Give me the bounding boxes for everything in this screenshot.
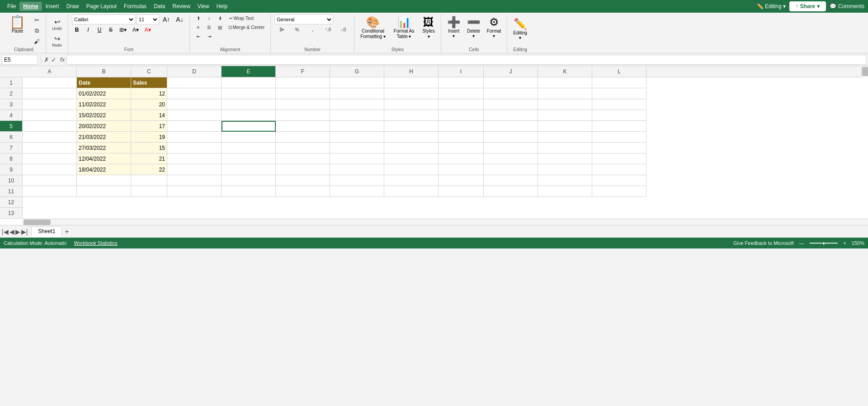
- zoom-level-up[interactable]: +: [843, 240, 846, 246]
- cell-f4[interactable]: [276, 110, 330, 121]
- cell-a4[interactable]: [23, 110, 77, 121]
- formula-confirm-icon[interactable]: ✓: [51, 56, 57, 63]
- cell-k2[interactable]: [538, 88, 592, 99]
- col-header-k[interactable]: K: [538, 66, 592, 77]
- help-menu-item[interactable]: Help: [213, 2, 231, 11]
- insert-cells-button[interactable]: ➕ Insert ▾: [445, 14, 463, 40]
- cell-b7[interactable]: 27/03/2022: [77, 143, 131, 153]
- cell-c2[interactable]: 12: [131, 88, 167, 99]
- cell-d6[interactable]: [167, 132, 222, 143]
- cell-h6[interactable]: [384, 132, 439, 143]
- cell-g7[interactable]: [330, 143, 384, 153]
- col-header-j[interactable]: J: [484, 66, 538, 77]
- cell-k3[interactable]: [538, 99, 592, 110]
- row-header-1[interactable]: 1: [0, 77, 22, 88]
- cell-e5[interactable]: [222, 121, 276, 132]
- row-header-8[interactable]: 8: [0, 153, 22, 164]
- file-menu-item[interactable]: File: [4, 2, 19, 11]
- increase-indent-button[interactable]: ⇥: [204, 33, 214, 40]
- cell-a1[interactable]: [23, 77, 77, 88]
- cell-k10[interactable]: [538, 175, 592, 186]
- cell-i8[interactable]: [439, 153, 484, 164]
- cell-e2[interactable]: [222, 88, 276, 99]
- cell-f9[interactable]: [276, 164, 330, 175]
- cell-g3[interactable]: [330, 99, 384, 110]
- cell-i5[interactable]: [439, 121, 484, 132]
- delete-cells-button[interactable]: ➖ Delete ▾: [465, 14, 483, 40]
- feedback-link[interactable]: Give Feedback to Microsoft: [733, 240, 794, 246]
- cell-f2[interactable]: [276, 88, 330, 99]
- editing-status-button[interactable]: ✏️ Editing ▾: [757, 3, 786, 10]
- cell-a9[interactable]: [23, 164, 77, 175]
- cell-k8[interactable]: [538, 153, 592, 164]
- cell-j5[interactable]: [484, 121, 538, 132]
- first-sheet-icon[interactable]: |◀: [2, 228, 9, 235]
- cell-g11[interactable]: [330, 186, 384, 197]
- insert-menu-item[interactable]: Insert: [42, 2, 63, 11]
- cell-d3[interactable]: [167, 99, 222, 110]
- cell-i3[interactable]: [439, 99, 484, 110]
- cell-c10[interactable]: [131, 175, 167, 186]
- cell-b6[interactable]: 21/03/2022: [77, 132, 131, 143]
- cell-g8[interactable]: [330, 153, 384, 164]
- cell-e8[interactable]: [222, 153, 276, 164]
- formula-input[interactable]: [66, 55, 866, 65]
- cell-l4[interactable]: [592, 110, 646, 121]
- cell-k11[interactable]: [538, 186, 592, 197]
- bold-button[interactable]: B: [72, 26, 82, 34]
- col-header-l[interactable]: L: [592, 66, 646, 77]
- horizontal-scrollbar[interactable]: [23, 219, 868, 225]
- copy-button[interactable]: ⧉: [31, 26, 42, 36]
- cell-a6[interactable]: [23, 132, 77, 143]
- cell-a3[interactable]: [23, 99, 77, 110]
- row-header-4[interactable]: 4: [0, 110, 22, 121]
- next-sheet-icon[interactable]: ▶: [15, 228, 20, 235]
- last-sheet-icon[interactable]: ▶|: [21, 228, 28, 235]
- cell-f7[interactable]: [276, 143, 330, 153]
- cell-k4[interactable]: [538, 110, 592, 121]
- cell-c5[interactable]: 17: [131, 121, 167, 132]
- cell-i2[interactable]: [439, 88, 484, 99]
- cell-h11[interactable]: [384, 186, 439, 197]
- page-layout-menu-item[interactable]: Page Layout: [83, 2, 120, 11]
- cell-d5[interactable]: [167, 121, 222, 132]
- cell-l10[interactable]: [592, 175, 646, 186]
- review-menu-item[interactable]: Review: [169, 2, 193, 11]
- cell-b9[interactable]: 18/04/2022: [77, 164, 131, 175]
- cell-f1[interactable]: [276, 77, 330, 88]
- zoom-level-down[interactable]: —: [799, 240, 804, 246]
- cell-e9[interactable]: [222, 164, 276, 175]
- cell-c6[interactable]: 19: [131, 132, 167, 143]
- row-header-11[interactable]: 11: [0, 186, 22, 197]
- cell-a8[interactable]: [23, 153, 77, 164]
- cell-l3[interactable]: [592, 99, 646, 110]
- editing-button[interactable]: ✏️ Editing ▾: [511, 16, 529, 42]
- cell-i4[interactable]: [439, 110, 484, 121]
- row-header-12[interactable]: 12: [0, 197, 22, 208]
- increase-decimal-button[interactable]: ⁺.0: [321, 26, 335, 33]
- cell-l1[interactable]: [592, 77, 646, 88]
- cell-h9[interactable]: [384, 164, 439, 175]
- cell-d4[interactable]: [167, 110, 222, 121]
- cell-c9[interactable]: 22: [131, 164, 167, 175]
- fill-color-button[interactable]: A▾: [130, 26, 141, 34]
- cell-i1[interactable]: [439, 77, 484, 88]
- cell-j10[interactable]: [484, 175, 538, 186]
- cell-h10[interactable]: [384, 175, 439, 186]
- cell-a2[interactable]: [23, 88, 77, 99]
- cell-d9[interactable]: [167, 164, 222, 175]
- cell-g9[interactable]: [330, 164, 384, 175]
- increase-font-button[interactable]: A↑: [160, 15, 172, 24]
- undo-button[interactable]: ↩ Undo: [50, 16, 64, 32]
- cell-c4[interactable]: 14: [131, 110, 167, 121]
- cell-styles-button[interactable]: 🖼 Styles ▾: [420, 14, 437, 40]
- redo-button[interactable]: ↪ Redo: [50, 33, 64, 49]
- cell-j8[interactable]: [484, 153, 538, 164]
- prev-sheet-icon[interactable]: ◀: [9, 228, 14, 235]
- cell-l6[interactable]: [592, 132, 646, 143]
- cell-l5[interactable]: [592, 121, 646, 132]
- font-size-select[interactable]: 11: [137, 14, 159, 24]
- cell-c7[interactable]: 15: [131, 143, 167, 153]
- cell-f10[interactable]: [276, 175, 330, 186]
- sheet-nav-left[interactable]: |◀ ◀ ▶ ▶|: [2, 228, 28, 235]
